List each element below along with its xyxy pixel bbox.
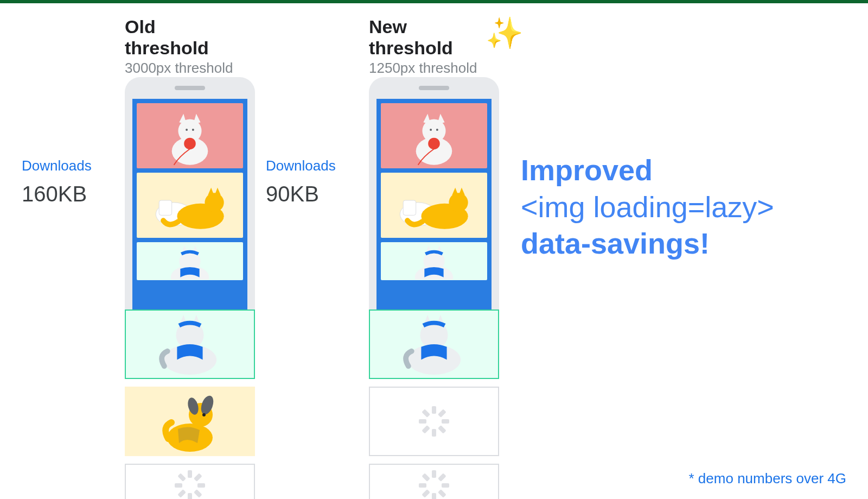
old-threshold-header: Old threshold 3000px threshold	[125, 16, 244, 77]
old-threshold-column: Old threshold 3000px threshold Downloads…	[22, 16, 244, 81]
image-placeholder-card	[369, 387, 499, 456]
image-card-blue-cat	[369, 309, 499, 379]
new-threshold-header: New threshold 1250px threshold	[369, 16, 488, 77]
loading-spinner-icon	[421, 408, 447, 434]
svg-point-25	[202, 413, 206, 416]
new-downloads-block: Downloads 90KB	[266, 157, 363, 206]
headline-line1: Improved	[521, 154, 653, 186]
svg-marker-11	[208, 187, 214, 196]
svg-rect-34	[403, 200, 416, 215]
headline-line3: data-savings!	[521, 227, 710, 260]
top-accent-bar	[0, 0, 868, 3]
blue-cat-illustration	[126, 311, 254, 379]
phone-speaker	[419, 86, 449, 90]
orange-cat-illustration	[381, 173, 487, 237]
image-card-orange-cat	[381, 173, 487, 238]
svg-marker-38	[458, 187, 465, 196]
svg-marker-12	[214, 187, 221, 196]
svg-point-4	[184, 138, 196, 150]
svg-marker-29	[437, 114, 445, 125]
footnote: * demo numbers over 4G	[689, 470, 846, 487]
phone-screen	[132, 99, 247, 311]
svg-point-36	[449, 193, 468, 212]
new-threshold-column: New threshold 1250px threshold Downloads…	[266, 16, 488, 81]
headline: Improved <img loading=lazy> data-savings…	[521, 152, 846, 262]
svg-marker-28	[423, 114, 431, 125]
downloads-label: Downloads	[22, 157, 119, 174]
svg-point-5	[186, 129, 188, 131]
old-downloads-block: Downloads 160KB	[22, 157, 119, 206]
phone-speaker	[175, 86, 205, 90]
svg-marker-3	[193, 114, 201, 125]
image-card-cat-yarn	[137, 103, 243, 168]
image-placeholder-card	[369, 464, 499, 499]
downloads-label: Downloads	[266, 157, 363, 174]
image-card-blue-cat	[125, 309, 255, 379]
old-below-phone-cards	[125, 311, 255, 499]
image-card-partial-blue-cat	[381, 242, 487, 280]
blue-cat-partial-illustration	[137, 242, 243, 280]
svg-rect-8	[159, 200, 172, 215]
new-below-phone-cards	[369, 311, 499, 499]
downloads-value: 160KB	[22, 182, 119, 206]
svg-point-32	[436, 129, 438, 131]
svg-marker-2	[179, 114, 187, 125]
phone-frame	[369, 77, 499, 311]
sparkles-icon: ✨	[486, 15, 524, 51]
svg-marker-37	[452, 187, 458, 196]
old-threshold-title: Old threshold	[125, 16, 244, 59]
image-card-dog	[125, 387, 255, 456]
loading-spinner-icon	[421, 472, 447, 498]
new-threshold-subtitle: 1250px threshold	[369, 60, 488, 77]
svg-point-10	[205, 193, 224, 212]
image-card-partial-blue-cat	[137, 242, 243, 280]
new-phone	[369, 77, 499, 499]
image-card-cat-yarn	[381, 103, 487, 168]
phone-frame	[125, 77, 255, 311]
svg-point-6	[192, 129, 194, 131]
blue-cat-partial-illustration	[381, 242, 487, 280]
image-card-orange-cat	[137, 173, 243, 238]
blue-cat-illustration	[370, 311, 498, 379]
loading-spinner-icon	[177, 472, 203, 498]
new-threshold-title: New threshold	[369, 16, 488, 59]
dog-illustration	[125, 387, 255, 456]
old-threshold-subtitle: 3000px threshold	[125, 60, 244, 77]
old-phone	[125, 77, 255, 499]
svg-point-31	[430, 129, 432, 131]
orange-cat-illustration	[137, 173, 243, 237]
downloads-value: 90KB	[266, 182, 363, 206]
cat-yarn-illustration	[137, 103, 243, 167]
svg-point-30	[428, 138, 440, 150]
phone-screen	[376, 99, 492, 311]
cat-yarn-illustration	[381, 103, 487, 167]
headline-line2: <img loading=lazy>	[521, 191, 774, 223]
image-placeholder-card	[125, 464, 255, 499]
